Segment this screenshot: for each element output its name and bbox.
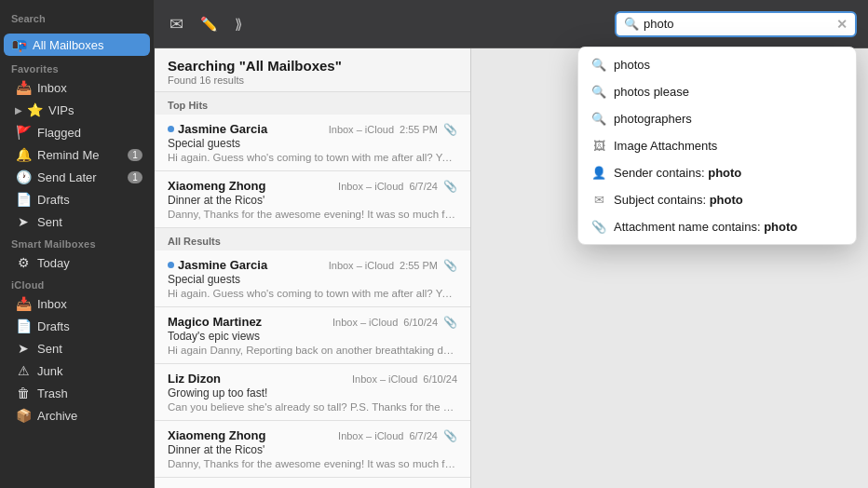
trash-icon: 🗑 (15, 386, 32, 400)
icloud-inbox-label: Inbox (37, 297, 67, 311)
dropdown-item-subject-contains[interactable]: ✉ Subject contains: photo (578, 186, 856, 213)
dropdown-item-label: photographers (614, 112, 692, 126)
sidebar-item-inbox[interactable]: 📥 Inbox (4, 77, 150, 98)
sidebar-item-remind-me[interactable]: 🔔 Remind Me 1 (4, 144, 150, 165)
email-item-all-5[interactable]: Jasmine Garcia Trash – iCloud 6/6/24 (155, 478, 470, 488)
email-time: 2:55 PM (400, 124, 438, 135)
email-item-all-1[interactable]: Jasmine Garcia Inbox – iCloud 2:55 PM 📎 … (155, 251, 470, 307)
email-header: Xiaomeng Zhong Inbox – iCloud 6/7/24 📎 (168, 428, 457, 442)
email-preview: Danny, Thanks for the awesome evening! I… (168, 458, 457, 469)
sidebar-item-flagged[interactable]: 🚩 Flagged (4, 122, 150, 142)
email-item-all-4[interactable]: Xiaomeng Zhong Inbox – iCloud 6/7/24 📎 D… (155, 421, 470, 478)
email-subject: Today's epic views (168, 330, 457, 343)
sidebar-item-icloud-drafts[interactable]: 📄 Drafts (4, 316, 150, 336)
inbox-icon: 📥 (15, 80, 32, 95)
sender-name: Jasmine Garcia (168, 122, 267, 136)
icloud-junk-label: Junk (37, 364, 62, 378)
sender-suggestion-icon: 👤 (591, 166, 606, 180)
sidebar-item-send-later[interactable]: 🕐 Send Later 1 (4, 167, 150, 187)
mailbox-name: Inbox – iCloud (338, 430, 403, 441)
sidebar-item-icloud-archive[interactable]: 📦 Archive (4, 405, 150, 426)
icloud-trash-label: Trash (37, 386, 68, 400)
search-subtitle: Found 16 results (168, 75, 457, 86)
search-icon: 🔍 (624, 17, 639, 31)
image-suggestion-icon: 🖼 (591, 139, 606, 153)
icloud-drafts-label: Drafts (37, 319, 70, 333)
dropdown-item-photos[interactable]: 🔍 photos (578, 51, 856, 78)
email-list: Top Hits Jasmine Garcia Inbox – iCloud 2… (155, 92, 470, 488)
email-header: Jasmine Garcia Inbox – iCloud 2:55 PM 📎 (168, 122, 457, 136)
search-header: Searching "All Mailboxes" Found 16 resul… (155, 48, 470, 92)
draft-icon: 📄 (15, 192, 32, 207)
clear-search-button[interactable]: ✕ (836, 17, 848, 32)
dropdown-item-attachment-contains[interactable]: 📎 Attachment name contains: photo (578, 213, 856, 240)
bold-keyword: photo (710, 193, 743, 207)
compose-button[interactable]: ✏️ (197, 12, 222, 36)
drafts-label: Drafts (37, 193, 70, 207)
smart-mailboxes-label: Smart Mailboxes (0, 233, 154, 251)
sidebar-item-sent[interactable]: ➤ Sent (4, 211, 150, 232)
email-subject: Special guests (168, 137, 457, 150)
icloud-sent-icon: ➤ (15, 341, 32, 356)
all-results-label: All Results (155, 228, 470, 251)
inbox-label: Inbox (37, 81, 67, 95)
junk-icon: ⚠ (15, 363, 32, 378)
dropdown-item-image-attachments[interactable]: 🖼 Image Attachments (578, 132, 856, 159)
email-preview: Can you believe she's already so tall? P… (168, 401, 457, 413)
search-title: Searching "All Mailboxes" (168, 58, 457, 74)
sidebar-item-drafts[interactable]: 📄 Drafts (4, 189, 150, 210)
email-meta: Inbox – iCloud 6/7/24 📎 (338, 180, 457, 193)
sender-name: Jasmine Garcia (168, 258, 267, 272)
mailboxes-icon: 📭 (11, 37, 27, 52)
dropdown-item-photos-please[interactable]: 🔍 photos please (578, 78, 856, 105)
icloud-label: iCloud (0, 274, 154, 292)
sidebar-item-today[interactable]: ⚙ Today (4, 252, 150, 273)
new-message-button[interactable]: ✉ (166, 10, 187, 38)
favorites-label: Favorites (0, 58, 154, 76)
attachment-icon: 📎 (443, 429, 457, 442)
bell-icon: 🔔 (15, 147, 32, 162)
email-item-top-2[interactable]: Xiaomeng Zhong Inbox – iCloud 6/7/24 📎 D… (155, 171, 470, 228)
sidebar-item-icloud-inbox[interactable]: 📥 Inbox (4, 293, 150, 314)
dropdown-item-label: photos (614, 58, 650, 72)
dropdown-item-label: Image Attachments (614, 139, 717, 153)
search-suggestion-icon: 🔍 (591, 58, 606, 72)
remind-me-label: Remind Me (37, 148, 99, 162)
mailbox-name: Inbox – iCloud (329, 124, 394, 135)
email-time: 6/7/24 (409, 430, 438, 441)
attachment-icon: 📎 (443, 316, 457, 329)
send-later-label: Send Later (37, 170, 97, 184)
email-header: Jasmine Garcia Inbox – iCloud 2:55 PM 📎 (168, 258, 457, 272)
email-preview: Hi again. Guess who's coming to town wit… (168, 288, 457, 299)
sidebar-item-icloud-sent[interactable]: ➤ Sent (4, 338, 150, 359)
mailbox-name: Inbox – iCloud (332, 317, 398, 328)
dropdown-item-label: Sender contains: photo (614, 166, 741, 180)
email-item-all-3[interactable]: Liz Dizon Inbox – iCloud 6/10/24 Growing… (155, 364, 470, 421)
email-header: Xiaomeng Zhong Inbox – iCloud 6/7/24 📎 (168, 179, 457, 193)
search-input[interactable] (644, 17, 836, 31)
email-meta: Inbox – iCloud 6/10/24 📎 (332, 316, 457, 329)
email-item-top-1[interactable]: Jasmine Garcia Inbox – iCloud 2:55 PM 📎 … (155, 115, 470, 171)
email-preview: Hi again Danny, Reporting back on anothe… (168, 345, 457, 356)
email-item-all-2[interactable]: Magico Martinez Inbox – iCloud 6/10/24 📎… (155, 307, 470, 364)
email-subject: Growing up too fast! (168, 386, 457, 400)
sidebar-item-icloud-junk[interactable]: ⚠ Junk (4, 360, 150, 381)
today-icon: ⚙ (15, 255, 32, 270)
sidebar-item-icloud-trash[interactable]: 🗑 Trash (4, 383, 150, 403)
dropdown-item-photographers[interactable]: 🔍 photographers (578, 105, 856, 132)
email-header: Magico Martinez Inbox – iCloud 6/10/24 📎 (168, 315, 457, 329)
today-label: Today (37, 256, 70, 270)
expand-button[interactable]: ⟫ (231, 12, 246, 36)
search-container: 🔍 ✕ (615, 11, 857, 37)
archive-icon: 📦 (15, 408, 32, 423)
sidebar-item-all-mailboxes[interactable]: 📭 All Mailboxes (4, 34, 150, 56)
sidebar-item-vips[interactable]: ▶ ⭐ VIPs (4, 100, 150, 120)
email-header: Liz Dizon Inbox – iCloud 6/10/24 (168, 372, 457, 386)
email-meta: Inbox – iCloud 6/10/24 (352, 373, 457, 385)
sender-name: Xiaomeng Zhong (168, 179, 265, 193)
bold-keyword: photo (764, 220, 797, 234)
email-meta: Inbox – iCloud 2:55 PM 📎 (329, 259, 457, 272)
email-time: 6/10/24 (403, 317, 438, 328)
unread-dot (168, 126, 174, 132)
dropdown-item-sender-contains[interactable]: 👤 Sender contains: photo (578, 159, 856, 186)
